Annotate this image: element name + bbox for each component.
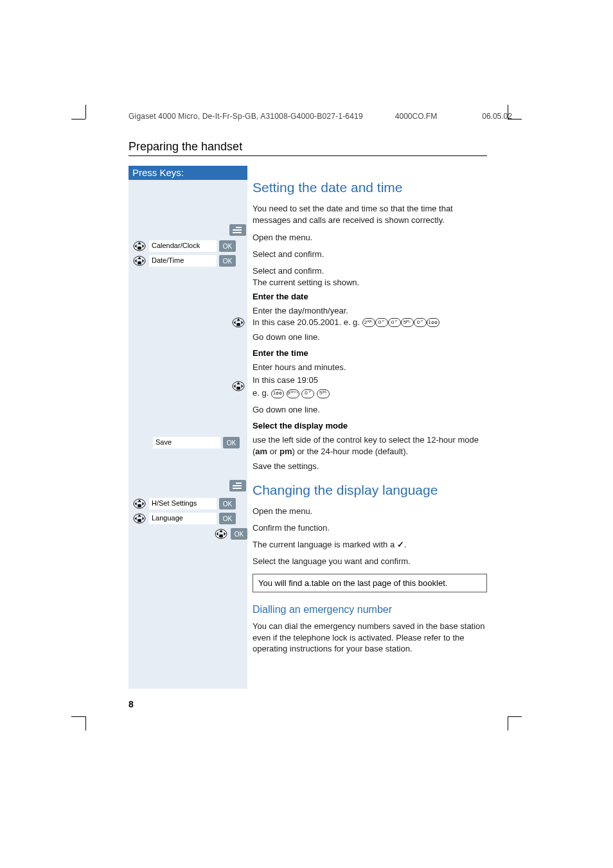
svg-marker-33 xyxy=(217,532,218,535)
step-select-mode: use the left side of the control key to … xyxy=(253,434,487,457)
ok-button: OK xyxy=(223,437,240,448)
nav-icon xyxy=(132,498,147,509)
heading-emergency: Dialling an emergency number xyxy=(253,604,487,616)
label-select-mode: Select the display mode xyxy=(253,421,487,430)
key-icon: 2ᴬᴮᶜ xyxy=(362,318,375,327)
enter-time-2: In this case 19:05 xyxy=(253,375,487,387)
key-icon: 5ᴶᴷᴸ xyxy=(401,318,414,327)
svg-marker-8 xyxy=(135,259,137,262)
crop-mark xyxy=(71,716,85,717)
emergency-para: You can dial the emergency numbers saved… xyxy=(253,621,487,655)
nav-down-icon xyxy=(231,315,245,330)
lang-select: Select the language you want and confirm… xyxy=(253,556,487,569)
svg-rect-26 xyxy=(138,519,141,522)
step-go-down-1: Go down one line. xyxy=(253,332,487,344)
menu-label-calendar: Calendar/Clock xyxy=(149,240,217,252)
key-icon: 0 ᴾ xyxy=(375,318,388,327)
svg-marker-29 xyxy=(143,517,145,520)
svg-marker-12 xyxy=(236,319,240,321)
doc-id: Gigaset 4000 Micro, De-It-Fr-Sp-GB, A310… xyxy=(129,112,363,121)
heading-datetime: Setting the date and time xyxy=(253,180,487,195)
menu-label-datetime: Date/Time xyxy=(149,255,217,267)
svg-rect-6 xyxy=(138,261,141,265)
note-box: You will find a.table on the last page o… xyxy=(253,574,487,592)
svg-rect-31 xyxy=(219,535,222,538)
doc-file: 4000CO.FM xyxy=(395,112,437,121)
nav-icon xyxy=(132,255,147,267)
enter-time-1: Enter hours and minutes. xyxy=(253,362,487,375)
crop-mark xyxy=(71,119,85,120)
check-icon: ✓ xyxy=(397,540,404,549)
heading-language: Changing the display language xyxy=(253,483,487,498)
row-hset: H/Set Settings OK xyxy=(132,497,236,511)
page: Gigaset 4000 Micro, De-It-Fr-Sp-GB, A310… xyxy=(0,0,613,868)
step-select-confirm: Select and confirm. xyxy=(253,249,487,261)
crop-mark xyxy=(508,716,508,731)
enter-time-eg: e. g. xyxy=(253,388,271,398)
enter-date-text: Enter the day/month/year. In this case 2… xyxy=(253,306,360,327)
key-icon: 5ᴶᴷᴸ xyxy=(317,389,330,398)
menu-icon xyxy=(229,224,246,236)
svg-rect-1 xyxy=(138,247,141,250)
row-calendar-clock: Calendar/Clock OK xyxy=(132,239,236,253)
svg-marker-32 xyxy=(219,530,222,533)
lang-current: The current language is marked with a ✓. xyxy=(253,539,487,552)
press-keys-bar: Press Keys: xyxy=(129,166,247,180)
step-open-menu: Open the menu. xyxy=(253,232,487,245)
menu-label-language: Language xyxy=(149,513,217,524)
row-language: Language OK xyxy=(132,511,236,526)
lang-open-menu: Open the menu. xyxy=(253,506,487,518)
crop-mark xyxy=(508,716,522,717)
row-date-time: Date/Time OK xyxy=(132,254,236,268)
label-enter-date: Enter the date xyxy=(253,292,487,301)
svg-marker-19 xyxy=(242,384,244,387)
lang-current-text: The current language is marked with a xyxy=(253,540,397,549)
label-enter-time: Enter the time xyxy=(253,348,487,358)
svg-marker-4 xyxy=(143,244,145,247)
intro-para: You need to set the date and time so tha… xyxy=(253,203,487,226)
nav-icon xyxy=(132,240,147,252)
key-icon: 1ᴏᴏ xyxy=(271,389,284,398)
svg-marker-2 xyxy=(138,242,141,245)
step-select-confirm-current: Select and confirm. The current setting … xyxy=(253,265,487,288)
section-title: Preparing the handset xyxy=(129,140,242,154)
svg-marker-24 xyxy=(143,502,145,505)
svg-marker-34 xyxy=(224,532,226,535)
menu-label-hset: H/Set Settings xyxy=(149,498,217,509)
svg-marker-13 xyxy=(234,321,236,324)
step-save: Save the settings. xyxy=(253,461,487,474)
svg-marker-27 xyxy=(138,515,141,517)
svg-marker-7 xyxy=(138,257,141,260)
row-save: Save OK xyxy=(153,436,240,450)
nav-icon xyxy=(231,317,245,328)
svg-marker-23 xyxy=(135,502,137,505)
svg-marker-17 xyxy=(236,382,240,385)
right-column: Setting the date and time You need to se… xyxy=(253,166,487,661)
key-icon: 0 ᴾ xyxy=(414,318,427,327)
svg-rect-11 xyxy=(236,323,240,326)
ok-button: OK xyxy=(231,528,247,540)
crop-mark xyxy=(85,716,86,731)
crop-mark xyxy=(85,105,86,119)
svg-rect-16 xyxy=(236,387,240,390)
nav-icon xyxy=(214,528,228,540)
section-rule xyxy=(129,155,487,156)
lang-confirm: Confirm the function. xyxy=(253,522,487,535)
row-nav-ok: OK xyxy=(214,527,247,541)
svg-marker-9 xyxy=(143,259,145,262)
doc-header: Gigaset 4000 Micro, De-It-Fr-Sp-GB, A310… xyxy=(129,112,512,121)
menu-icon xyxy=(229,480,246,492)
key-icon: 0 ᴾ xyxy=(301,389,314,398)
nav-down-icon xyxy=(231,379,245,393)
menu-label-save: Save xyxy=(153,437,220,448)
svg-marker-22 xyxy=(138,500,141,502)
page-number: 8 xyxy=(129,699,134,709)
ok-button: OK xyxy=(219,255,236,267)
ok-button: OK xyxy=(219,513,236,524)
enter-time-3: e. g. 1ᴏᴏ 9ᵂˣʸ 0 ᴾ 5ᴶᴷᴸ xyxy=(253,387,487,400)
svg-marker-18 xyxy=(234,384,236,387)
key-icon: 0 ᴾ xyxy=(388,318,401,327)
nav-icon xyxy=(231,380,245,392)
ok-button: OK xyxy=(219,240,236,252)
svg-marker-14 xyxy=(242,321,244,324)
